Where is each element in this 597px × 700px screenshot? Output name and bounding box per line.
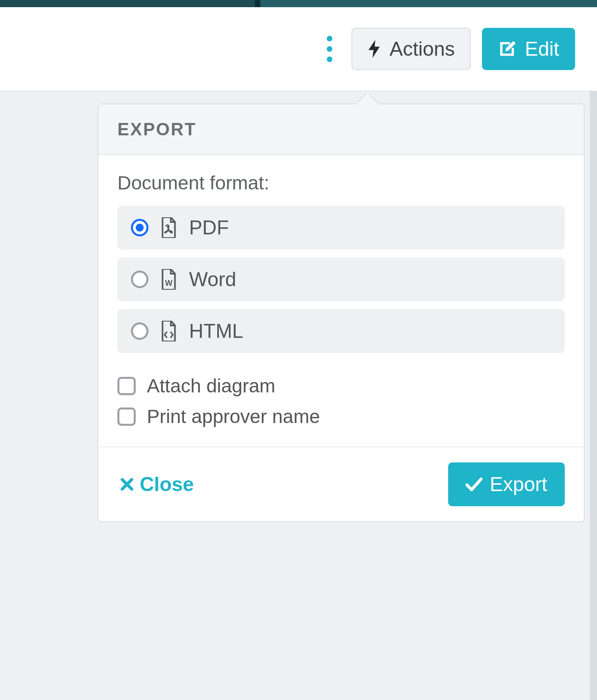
export-options-group: Attach diagram Print approver name bbox=[117, 375, 565, 427]
close-button-label: Close bbox=[140, 473, 194, 496]
export-button-label: Export bbox=[490, 473, 547, 496]
page-header: Actions Edit bbox=[0, 7, 597, 91]
checkbox-icon bbox=[117, 408, 136, 426]
option-print-approver-name[interactable]: Print approver name bbox=[117, 406, 565, 427]
file-html-icon bbox=[160, 321, 177, 341]
format-option-label: Word bbox=[189, 268, 236, 291]
popover-arrow-icon bbox=[357, 94, 378, 104]
edit-button[interactable]: Edit bbox=[482, 28, 575, 70]
option-attach-diagram[interactable]: Attach diagram bbox=[117, 375, 565, 397]
file-word-icon: W bbox=[160, 269, 177, 290]
dot-icon bbox=[327, 57, 332, 62]
radio-icon bbox=[131, 322, 148, 340]
popover-body: Document format: PDF W Word bbox=[98, 155, 584, 447]
radio-icon bbox=[131, 219, 148, 236]
file-pdf-icon bbox=[160, 217, 177, 238]
popover-title: EXPORT bbox=[98, 104, 584, 155]
popover-footer: Close Export bbox=[98, 447, 584, 521]
format-label: Document format: bbox=[117, 172, 565, 194]
edit-icon bbox=[498, 40, 516, 58]
close-icon bbox=[120, 477, 134, 491]
format-option-label: PDF bbox=[189, 216, 229, 239]
check-icon bbox=[466, 478, 482, 491]
actions-button-label: Actions bbox=[390, 39, 455, 59]
format-option-pdf[interactable]: PDF bbox=[117, 206, 565, 250]
lightning-icon bbox=[367, 40, 381, 58]
actions-button[interactable]: Actions bbox=[351, 28, 471, 70]
dot-icon bbox=[327, 46, 332, 52]
svg-text:W: W bbox=[165, 279, 173, 287]
export-popover: EXPORT Document format: PDF W bbox=[98, 103, 585, 522]
radio-icon bbox=[131, 271, 148, 288]
dot-icon bbox=[327, 36, 332, 41]
format-option-label: HTML bbox=[189, 320, 243, 343]
more-menu-button[interactable] bbox=[319, 32, 340, 66]
window-titlebar-divider bbox=[255, 0, 260, 7]
edit-button-label: Edit bbox=[525, 39, 559, 59]
export-button[interactable]: Export bbox=[448, 462, 565, 506]
option-label: Attach diagram bbox=[147, 375, 275, 397]
option-label: Print approver name bbox=[147, 406, 320, 427]
format-option-word[interactable]: W Word bbox=[117, 257, 565, 301]
scrollbar-track[interactable] bbox=[590, 91, 597, 700]
format-radio-group: PDF W Word HTML bbox=[117, 206, 565, 353]
format-option-html[interactable]: HTML bbox=[117, 309, 565, 353]
checkbox-icon bbox=[117, 377, 136, 395]
close-button[interactable]: Close bbox=[117, 469, 196, 500]
window-titlebar-right bbox=[260, 0, 597, 7]
